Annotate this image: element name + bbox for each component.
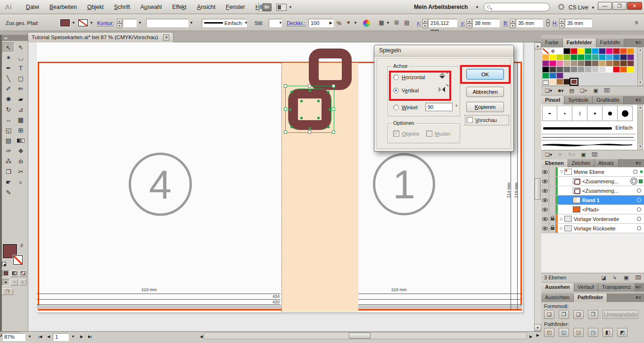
scroll-up-icon[interactable]: ▲ xyxy=(638,48,643,52)
layer-expand-icon[interactable]: ▷ xyxy=(559,217,564,221)
layer-name[interactable]: Vorlage Rückseite xyxy=(574,226,616,231)
collapse-toolbar-icon[interactable]: ◂◂ xyxy=(2,35,28,41)
appearance-panel-menu-icon[interactable]: ▾≡ xyxy=(636,283,644,292)
scroll-right-icon[interactable]: ▶ xyxy=(528,333,534,341)
next-artboard-icon[interactable]: ▶ xyxy=(78,333,85,341)
layer-lock-toggle[interactable] xyxy=(549,186,556,195)
angle-radio[interactable] xyxy=(393,105,399,110)
layer-row-main[interactable]: Rand 1 xyxy=(558,196,644,204)
swatch[interactable] xyxy=(556,73,563,79)
isolate-object-icon[interactable]: ▤ xyxy=(403,19,411,27)
rectangle-tool[interactable]: ▢ xyxy=(15,74,27,84)
layer-target-icon[interactable] xyxy=(637,188,641,193)
swatch[interactable] xyxy=(620,54,627,60)
swatch-kinds-icon[interactable]: ■▾ xyxy=(558,88,563,94)
calligraphic-brush-4[interactable] xyxy=(587,106,603,121)
swatch[interactable] xyxy=(627,48,634,54)
x-stepper[interactable]: ▲▼ xyxy=(422,19,428,27)
menu-fenster[interactable]: Fenster xyxy=(221,4,250,10)
layer-lock-toggle[interactable] xyxy=(549,196,556,204)
width-stepper[interactable]: ▲▼ xyxy=(510,19,515,27)
scroll-down-icon[interactable]: ▼ xyxy=(534,324,541,331)
swatch[interactable] xyxy=(570,66,578,73)
height-stepper[interactable]: ▲▼ xyxy=(559,19,564,27)
x-field[interactable]: 216,112 mm xyxy=(428,19,457,27)
swatch[interactable] xyxy=(585,60,592,66)
swatch-options-icon[interactable]: ▤ xyxy=(570,88,574,94)
stroke-width-field[interactable] xyxy=(123,19,137,27)
swatch[interactable] xyxy=(620,66,627,73)
swatch[interactable] xyxy=(556,54,563,60)
brush-item-thin[interactable] xyxy=(541,134,636,140)
swatch[interactable] xyxy=(606,66,613,73)
opacity-field[interactable]: 100▶ xyxy=(308,19,334,27)
brush-libraries-icon[interactable]: ❏▾ xyxy=(545,152,552,158)
menu-auswahl[interactable]: Auswahl xyxy=(135,4,167,10)
new-brush-icon[interactable]: ▣ xyxy=(581,152,586,158)
preview-checkbox[interactable] xyxy=(467,117,473,123)
swatch[interactable] xyxy=(613,66,620,73)
slice-tool[interactable]: ✂ xyxy=(15,167,27,177)
layer-row-2[interactable]: <Zusammeng... xyxy=(541,177,644,186)
color-tab-farbhilfe[interactable]: Farbhilfe xyxy=(596,39,625,47)
layer-visibility-toggle[interactable] xyxy=(541,186,549,195)
graph-tool[interactable]: ılı xyxy=(15,156,27,167)
color-tab-farbe[interactable]: Farbe xyxy=(541,39,563,47)
swatch[interactable] xyxy=(592,54,599,60)
swatch[interactable] xyxy=(606,54,613,60)
brushes-panel-menu-icon[interactable]: ▾≡ xyxy=(636,96,644,105)
menu-datei[interactable]: Datei xyxy=(21,4,44,10)
width-tool[interactable]: ↔ xyxy=(2,115,15,125)
swatch[interactable] xyxy=(570,54,578,60)
swatch[interactable] xyxy=(556,66,563,73)
calligraphic-brush-3[interactable] xyxy=(572,106,587,121)
appearance-tab-transparenz[interactable]: Transparenz xyxy=(598,283,635,292)
layer-target-icon[interactable] xyxy=(637,207,641,212)
swatch[interactable] xyxy=(563,54,570,60)
layers-tab-zeichen[interactable]: Zeichen xyxy=(568,159,594,168)
new-color-group-icon[interactable]: ❏+ xyxy=(580,88,587,94)
width-profile-arrow[interactable]: ▼ xyxy=(190,21,193,25)
draw-inside-button[interactable]: ○ xyxy=(19,279,26,286)
selection-handle[interactable] xyxy=(284,107,287,111)
swatch[interactable] xyxy=(585,66,592,73)
note-pencil-tool[interactable]: ✎ xyxy=(2,188,15,198)
swatch[interactable] xyxy=(599,66,606,73)
swatch[interactable] xyxy=(563,60,570,66)
stroke-color-arrow[interactable]: ▼ xyxy=(90,21,93,25)
gradient-tool[interactable] xyxy=(15,136,27,146)
swatch[interactable] xyxy=(613,54,620,60)
artboard-number-field[interactable]: 1 xyxy=(53,333,69,341)
layer-name[interactable]: <Zusammeng... xyxy=(582,188,619,194)
bridge-button[interactable]: Br xyxy=(262,3,272,11)
selection-handle[interactable] xyxy=(332,107,335,111)
type-tool[interactable]: T xyxy=(15,63,27,74)
layer-lock-toggle[interactable] xyxy=(549,224,556,233)
swatch[interactable] xyxy=(570,60,578,66)
swatch[interactable] xyxy=(620,48,627,54)
select-similar-icon[interactable]: ✶ xyxy=(344,19,353,27)
symbol-sprayer-tool[interactable]: ⁂ xyxy=(2,156,15,167)
control-panel-menu-icon[interactable]: ≡ xyxy=(633,19,640,27)
minus-front-icon[interactable]: ❐ xyxy=(559,310,569,319)
swatch[interactable] xyxy=(592,60,599,66)
layer-name[interactable]: <Pfad> xyxy=(582,207,599,212)
eraser-tool[interactable]: ▰ xyxy=(15,94,27,105)
swatch[interactable] xyxy=(542,60,549,66)
swatch[interactable] xyxy=(563,66,570,73)
swatch[interactable] xyxy=(563,48,570,54)
layer-row-3[interactable]: <Zusammeng... xyxy=(541,186,644,196)
angle-input[interactable]: 90 xyxy=(425,103,453,111)
brushes-scrollbar[interactable]: ▲ ▼ xyxy=(637,105,643,149)
swatch-none[interactable] xyxy=(542,48,549,54)
swatch[interactable] xyxy=(578,66,585,73)
document-tab[interactable]: Tutorial Speisekarten.ai* bei 87 % (CMYK… xyxy=(27,32,173,42)
swatch[interactable] xyxy=(578,48,585,54)
swatch[interactable] xyxy=(556,48,563,54)
brushes-tab-pinsel[interactable]: Pinsel xyxy=(541,96,564,105)
blend-tool[interactable]: ❖ xyxy=(15,146,27,156)
swatch[interactable] xyxy=(578,60,585,66)
swatch[interactable] xyxy=(613,48,620,54)
exclude-icon[interactable]: ❒ xyxy=(588,310,598,319)
zoom-tool[interactable]: ⌕ xyxy=(15,177,27,188)
